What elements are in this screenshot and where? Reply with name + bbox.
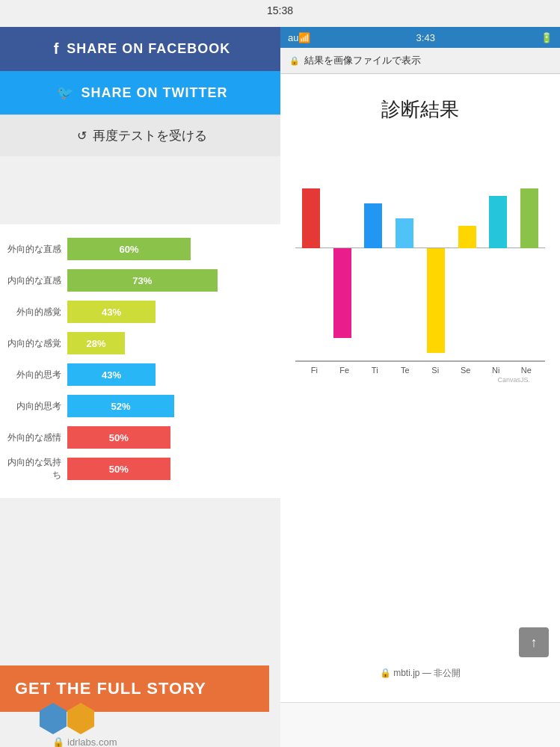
retest-btn-label: 再度テストを受ける xyxy=(93,127,207,144)
lock-icon: 🔒 xyxy=(52,737,64,747)
mobile-battery-icon: 🔋 xyxy=(541,32,553,43)
bar-label: 外向的思考 xyxy=(0,369,67,381)
bar-label: 内向的な気持ち xyxy=(0,456,67,482)
bar-label: 内向的思考 xyxy=(0,400,67,413)
bar-track: 43% xyxy=(67,363,273,386)
bar-label: 内向的な感覚 xyxy=(0,337,67,350)
v-bar-above xyxy=(520,188,538,248)
v-bar-above xyxy=(302,188,320,248)
nav-lock-icon: 🔒 xyxy=(289,56,300,66)
idrlabs-label: 🔒 idrlabs.com xyxy=(52,737,117,747)
hex-orange-icon xyxy=(65,703,96,734)
v-axis-label: Ni xyxy=(487,366,505,375)
bar-row: 内向的な気持ち50% xyxy=(0,455,273,482)
bar-row: 外向的な感情50% xyxy=(0,424,273,451)
facebook-btn-label: SHARE ON FACEBOOK xyxy=(67,41,230,57)
v-bar-above xyxy=(364,203,382,248)
nav-bar-text: 結果を画像ファイルで表示 xyxy=(304,54,421,67)
v-axis-label: Se xyxy=(457,366,475,375)
bar-row: 外向的な直感60% xyxy=(0,236,273,262)
status-time: 15:38 xyxy=(267,4,293,16)
mbti-lock-icon: 🔒 xyxy=(380,668,391,678)
right-panel: au 📶 3:43 🔋 🔒 結果を画像ファイルで表示 診断結果 FiFeTiTe… xyxy=(280,27,560,747)
bar-label: 外向的な感情 xyxy=(0,431,67,444)
share-twitter-button[interactable]: 🐦 SHARE ON TWITTER xyxy=(0,71,284,114)
retest-icon: ↺ xyxy=(77,129,87,143)
v-chart-inner xyxy=(295,138,545,362)
mbti-label: 🔒 mbti.jp — 非公開 xyxy=(380,667,461,680)
mobile-time: 3:43 xyxy=(416,32,435,43)
bar-track: 43% xyxy=(67,301,273,323)
hex-blue-icon xyxy=(37,703,69,734)
get-full-story-label: GET THE FULL STORY xyxy=(15,679,206,698)
bar-track: 28% xyxy=(67,332,273,354)
bar-row: 外向的思考43% xyxy=(0,361,273,388)
canvasjs-label: CanvasJS. xyxy=(295,376,530,384)
bar-track: 50% xyxy=(67,426,273,449)
mobile-carrier: au xyxy=(288,32,298,43)
bar-fill: 73% xyxy=(67,269,218,292)
bar-chart: 外向的な直感60%内向的な直感73%外向的感覚43%内向的な感覚28%外向的思考… xyxy=(0,224,280,498)
bar-label: 外向的な直感 xyxy=(0,243,67,256)
v-axis-label: Fe xyxy=(336,366,354,375)
bottom-icons xyxy=(37,703,96,734)
v-axis-labels: FiFeTiTeSiSeNiNe xyxy=(295,366,545,375)
mobile-status-bar: au 📶 3:43 🔋 xyxy=(280,27,560,48)
facebook-icon: f xyxy=(54,40,60,58)
diagnostic-title: 診断結果 xyxy=(280,96,560,123)
v-bar-above xyxy=(458,226,476,248)
v-axis-label: Ne xyxy=(517,366,535,375)
bar-fill: 43% xyxy=(67,363,156,386)
mbti-text: mbti.jp — 非公開 xyxy=(393,668,461,678)
bar-row: 内向的思考52% xyxy=(0,393,273,419)
scroll-up-icon: ↑ xyxy=(531,635,538,651)
v-axis-label: Ti xyxy=(366,366,384,375)
v-axis-label: Fi xyxy=(305,366,323,375)
bar-fill: 50% xyxy=(67,426,170,449)
scroll-up-button[interactable]: ↑ xyxy=(519,627,549,657)
bar-label: 外向的感覚 xyxy=(0,306,67,319)
bar-fill: 52% xyxy=(67,395,174,417)
share-facebook-button[interactable]: f SHARE ON FACEBOOK xyxy=(0,27,284,71)
bar-fill: 28% xyxy=(67,332,125,354)
mobile-wifi-icon: 📶 xyxy=(298,32,310,43)
bar-track: 52% xyxy=(67,395,273,417)
v-bar-below xyxy=(427,248,445,353)
vertical-chart: FiFeTiTeSiSeNiNe CanvasJS. xyxy=(295,138,545,362)
bar-fill: 50% xyxy=(67,458,170,480)
bar-track: 73% xyxy=(67,269,273,292)
bar-fill: 43% xyxy=(67,301,156,323)
bar-track: 60% xyxy=(67,238,273,260)
v-bar-above xyxy=(396,218,413,248)
bar-fill: 60% xyxy=(67,238,191,260)
bar-row: 内向的な感覚28% xyxy=(0,330,273,357)
bar-track: 50% xyxy=(67,458,273,480)
mobile-nav-bar: 🔒 結果を画像ファイルで表示 xyxy=(280,48,560,74)
bar-row: 外向的感覚43% xyxy=(0,298,273,325)
status-bar: 15:38 xyxy=(0,0,560,19)
v-axis-label: Te xyxy=(396,366,414,375)
bar-label: 内向的な直感 xyxy=(0,274,67,287)
bar-row: 内向的な直感73% xyxy=(0,267,273,294)
left-panel: f SHARE ON FACEBOOK 🐦 SHARE ON TWITTER ↺… xyxy=(0,27,284,156)
twitter-icon: 🐦 xyxy=(57,84,74,101)
v-bar-above xyxy=(489,196,507,248)
retest-button[interactable]: ↺ 再度テストを受ける xyxy=(0,114,284,156)
twitter-btn-label: SHARE ON TWITTER xyxy=(81,85,228,101)
v-bar-below xyxy=(333,248,351,338)
right-bottom-nav xyxy=(280,702,560,747)
v-axis-label: Si xyxy=(426,366,444,375)
